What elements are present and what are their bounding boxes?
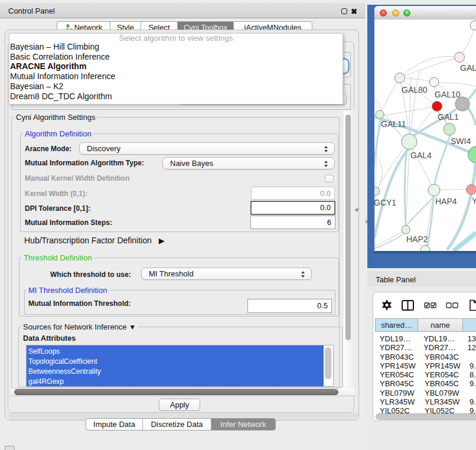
svg-text:GAL80: GAL80 <box>402 85 428 94</box>
svg-text:SWI4: SWI4 <box>451 136 471 146</box>
svg-text:GCY1: GCY1 <box>374 198 396 207</box>
svg-text:GAL4: GAL4 <box>410 151 432 160</box>
svg-text:GAL7: GAL7 <box>460 63 476 73</box>
svg-text:HAP2: HAP2 <box>406 234 428 244</box>
svg-text:GAL11: GAL11 <box>381 119 406 129</box>
svg-text:HAP4: HAP4 <box>435 197 457 206</box>
svg-text:GAL1: GAL1 <box>438 112 459 122</box>
svg-text:Y: Y <box>472 196 476 206</box>
svg-text:GAL10: GAL10 <box>435 90 461 99</box>
